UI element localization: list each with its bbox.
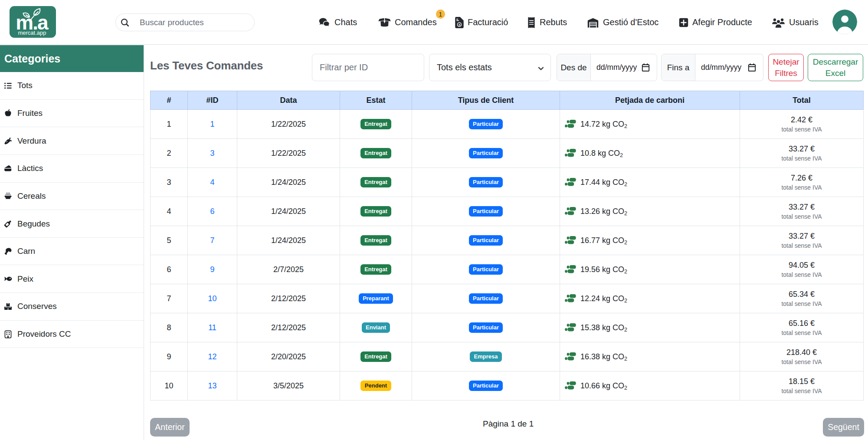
sidebar-item-proveidors-cc[interactable]: Proveidors CC <box>0 321 144 348</box>
order-id-link[interactable]: 7 <box>210 236 214 245</box>
nav-item-rebuts[interactable]: Rebuts <box>527 0 567 45</box>
date-to-input[interactable]: dd/mm/yyyy <box>695 54 763 81</box>
column-header: Total <box>740 91 864 110</box>
status-cell: Pendent <box>340 371 412 401</box>
nav-item-label: Usuaris <box>789 17 819 27</box>
order-date-cell: 1/22/2025 <box>237 110 340 139</box>
carbon-value: 10.66 kg CO2 <box>580 381 627 391</box>
order-id-cell: 10 <box>188 284 237 313</box>
row-number-cell: 1 <box>151 110 188 139</box>
nav-item-chats[interactable]: Chats <box>318 0 357 45</box>
row-number-cell: 9 <box>151 342 188 371</box>
row-number-cell: 2 <box>151 139 188 168</box>
carbon-cell: 10.8 kg CO2 <box>560 139 740 168</box>
carbon-value: 14.72 kg CO2 <box>580 120 627 129</box>
carbon-value: 16.77 kg CO2 <box>580 236 627 245</box>
order-id-cell: 7 <box>188 226 237 255</box>
shoe-prints-icon <box>565 323 576 332</box>
total-cell: 33.27 €total sense IVA <box>740 139 864 168</box>
nav-item-comandes[interactable]: Comandes1 <box>378 0 437 45</box>
order-id-link[interactable]: 12 <box>208 352 216 361</box>
order-date-cell: 3/5/2025 <box>237 371 340 401</box>
shoe-prints-icon <box>565 352 576 361</box>
sidebar-item-carn[interactable]: Carn <box>0 238 144 266</box>
avatar[interactable] <box>832 10 857 34</box>
table-row: 8112/12/2025EnviantParticular15.38 kg CO… <box>151 313 864 342</box>
sidebar-item-fruites[interactable]: Fruites <box>0 100 144 128</box>
date-to-placeholder: dd/mm/yyyy <box>701 63 741 72</box>
download-excel-button[interactable]: DescarregarExcel <box>808 54 863 81</box>
shoe-prints-icon <box>565 177 576 187</box>
row-number-cell: 3 <box>151 168 188 197</box>
carbon-cell: 15.38 kg CO2 <box>560 313 740 342</box>
filter-id-input[interactable] <box>312 54 424 81</box>
nav-item-afegir-producte[interactable]: Afegir Producte <box>679 0 752 45</box>
order-id-cell: 3 <box>188 139 237 168</box>
order-id-link[interactable]: 3 <box>210 149 214 158</box>
sidebar-item-cereals[interactable]: Cereals <box>0 183 144 210</box>
clear-filters-button[interactable]: NetejarFiltres <box>768 54 804 81</box>
nav-item-label: Comandes <box>395 17 437 27</box>
carbon-cell: 19.56 kg CO2 <box>560 255 740 284</box>
nav-item-label: Gestió d'Estoc <box>603 17 658 27</box>
order-date-cell: 2/7/2025 <box>237 255 340 284</box>
nav-item-label: Chats <box>334 17 357 27</box>
sidebar-item-conserves[interactable]: Conserves <box>0 293 144 321</box>
order-id-link[interactable]: 6 <box>210 207 214 216</box>
column-header: #ID <box>188 91 237 110</box>
boxes-stacked-icon <box>4 302 12 311</box>
carbon-value: 12.24 kg CO2 <box>580 294 627 303</box>
sidebar-item-peix[interactable]: Peix <box>0 265 144 293</box>
column-header: # <box>151 91 188 110</box>
order-id-link[interactable]: 1 <box>210 120 214 128</box>
order-id-link[interactable]: 11 <box>208 323 216 332</box>
sidebar-item-l-ctics[interactable]: Làctics <box>0 155 144 183</box>
mercat-logo[interactable]: m.amercat.app <box>10 6 56 38</box>
client-type-badge: Particular <box>469 177 503 188</box>
calendar-icon[interactable] <box>641 63 650 72</box>
nav-item-gesti-d-estoc[interactable]: Gestió d'Estoc <box>587 0 658 45</box>
shoe-prints-icon <box>565 207 576 216</box>
total-cell: 218.40 €total sense IVA <box>740 342 864 371</box>
status-cell: Entregat <box>340 110 412 139</box>
calendar-icon[interactable] <box>747 63 757 72</box>
carbon-value: 17.44 kg CO2 <box>580 178 627 187</box>
row-number-cell: 10 <box>151 371 188 401</box>
client-type-badge: Particular <box>469 293 503 304</box>
mercat-app: m.amercat.app ChatsComandes1$FacturacióR… <box>0 0 868 440</box>
client-type-cell: Particular <box>412 226 560 255</box>
total-note: total sense IVA <box>740 271 863 278</box>
total-cell: 94.05 €total sense IVA <box>740 255 864 284</box>
status-cell: Entregat <box>340 197 412 226</box>
order-id-link[interactable]: 4 <box>210 178 214 187</box>
svg-text:mercat.app: mercat.app <box>18 30 46 36</box>
search-box <box>115 13 255 31</box>
sidebar-item-label: Carn <box>17 246 35 256</box>
order-id-link[interactable]: 13 <box>208 381 216 390</box>
sidebar-item-begudes[interactable]: Begudes <box>0 210 144 238</box>
search-input[interactable] <box>129 18 254 27</box>
order-date-cell: 2/12/2025 <box>237 284 340 313</box>
total-value: 65.16 € <box>740 319 863 328</box>
nav-item-usuaris[interactable]: Usuaris <box>772 0 819 45</box>
shoe-prints-icon <box>565 236 576 245</box>
total-value: 7.26 € <box>740 174 863 183</box>
sidebar-item-tots[interactable]: Tots <box>0 72 144 100</box>
order-id-link[interactable]: 10 <box>208 294 216 303</box>
next-page-button[interactable]: Següent <box>823 418 864 437</box>
order-id-link[interactable]: 9 <box>210 265 214 274</box>
shoe-prints-icon <box>565 381 576 391</box>
carbon-value: 10.8 kg CO2 <box>580 149 623 158</box>
total-cell: 18.15 €total sense IVA <box>740 371 864 401</box>
prev-page-button[interactable]: Anterior <box>150 418 190 437</box>
total-cell: 7.26 €total sense IVA <box>740 168 864 197</box>
clear-filters-label: NetejarFiltres <box>773 56 799 78</box>
sidebar-item-label: Fruites <box>17 108 43 118</box>
date-from-input[interactable]: dd/mm/yyyy <box>591 54 657 81</box>
status-select[interactable]: Tots els estats <box>429 54 551 81</box>
nav-item-facturaci-[interactable]: $Facturació <box>455 0 508 45</box>
total-note: total sense IVA <box>740 155 863 162</box>
nav-item-label: Afegir Producte <box>692 17 752 27</box>
table-row: 111/22/2025EntregatParticular14.72 kg CO… <box>151 110 864 139</box>
sidebar-item-verdura[interactable]: Verdura <box>0 127 144 155</box>
